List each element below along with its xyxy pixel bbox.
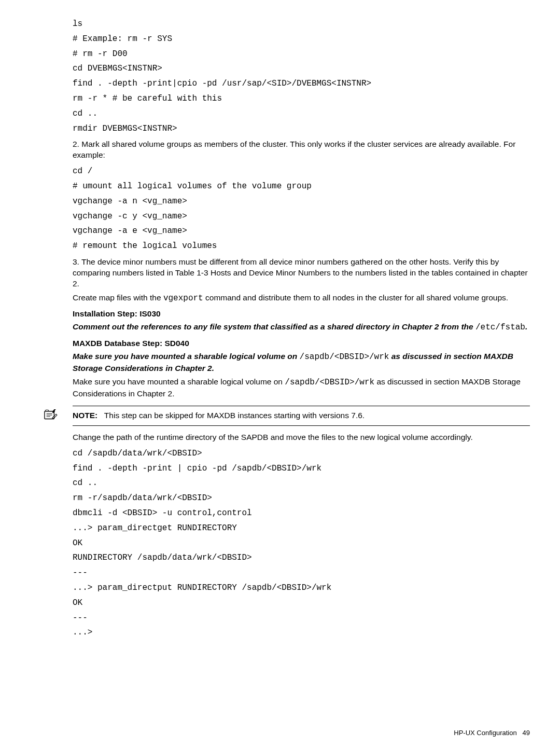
code-block-3: cd /sapdb/data/wrk/<DBSID> find . -depth… xyxy=(73,446,530,640)
paragraph-sharable-bold: Make sure you have mounted a sharable lo… xyxy=(73,351,530,374)
text-part: Make sure you have mounted a sharable lo… xyxy=(73,352,300,361)
text-part: Comment out the references to any file s… xyxy=(73,322,475,331)
text-part: Create map files with the xyxy=(73,293,163,302)
inline-code-sapdb-1: /sapdb/<DBSID>/wrk xyxy=(300,352,389,362)
note-callout: NOTE: This step can be skipped for MAXDB… xyxy=(73,406,530,426)
paragraph-step2: 2. Mark all shared volume groups as memb… xyxy=(73,139,530,161)
note-text: This step can be skipped for MAXDB insta… xyxy=(104,411,365,420)
text-part: Make sure you have mounted a sharable lo… xyxy=(73,377,285,386)
code-block-1: ls # Example: rm -r SYS # rm -r D00 cd D… xyxy=(73,17,530,136)
heading-is030: Installation Step: IS030 xyxy=(73,309,530,319)
paragraph-step3: 3. The device minor numbers must be diff… xyxy=(73,257,530,289)
inline-code-sapdb-2: /sapdb/<DBSID>/wrk xyxy=(285,378,374,387)
note-icon xyxy=(43,409,58,422)
paragraph-sharable-plain: Make sure you have mounted a sharable lo… xyxy=(73,377,530,399)
footer-page-number: 49 xyxy=(523,729,530,737)
text-part: command and distribute them to all nodes… xyxy=(203,293,508,302)
paragraph-change-path: Change the path of the runtime directory… xyxy=(73,432,530,443)
inline-code-vgexport: vgexport xyxy=(163,294,203,303)
inline-code-fstab: /etc/fstab xyxy=(475,323,525,332)
paragraph-fstab: Comment out the references to any file s… xyxy=(73,322,530,334)
document-page: ls # Example: rm -r SYS # rm -r D00 cd D… xyxy=(0,0,560,746)
code-block-2: cd / # umount all logical volumes of the… xyxy=(73,164,530,254)
text-part: . xyxy=(525,322,527,331)
svg-point-8 xyxy=(47,409,48,410)
svg-point-7 xyxy=(45,410,46,411)
paragraph-vgexport: Create map files with the vgexport comma… xyxy=(73,293,530,305)
svg-point-9 xyxy=(48,410,49,411)
note-label: NOTE: xyxy=(73,411,97,420)
heading-sd040: MAXDB Database Step: SD040 xyxy=(73,339,530,348)
page-footer: HP-UX Configuration 49 xyxy=(454,729,530,737)
footer-section: HP-UX Configuration xyxy=(454,729,516,737)
svg-line-6 xyxy=(54,409,57,410)
